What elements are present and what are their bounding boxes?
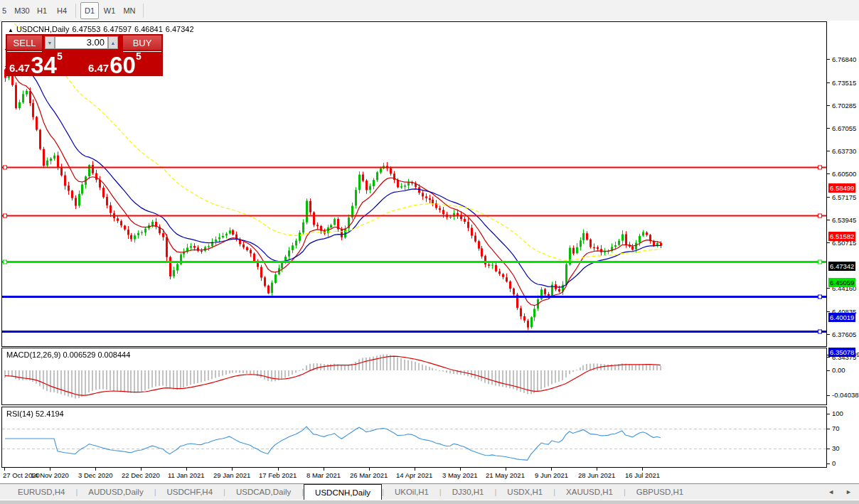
volume-decrease-button[interactable]: ▼ (45, 36, 55, 49)
tab-ukoil-h1[interactable]: UKOil,H1 (384, 484, 439, 500)
price-tick-mark (827, 128, 830, 129)
price-tick-label: 6.70285 (832, 102, 856, 109)
date-tick-label: 14 Nov 2020 (31, 471, 69, 479)
tab-usdcad-daily[interactable]: USDCAD,Daily (225, 484, 302, 500)
date-tick-label: 14 Apr 2021 (396, 471, 432, 479)
ohlc-low: 6.46841 (134, 25, 163, 33)
timeframe-toolbar: 5M30H1H4D1W1MN (0, 0, 859, 21)
price-tick-mark (827, 288, 830, 289)
tab-usdcnh-daily[interactable]: USDCNH,Daily (304, 484, 382, 500)
date-tick-mark (278, 468, 279, 471)
date-tick-mark (4, 468, 5, 471)
date-tick-mark (506, 468, 506, 471)
rsi-value: 52.4194 (36, 409, 64, 418)
bid-prefix: 6.47 (9, 63, 30, 75)
date-tick-label: 3 May 2021 (442, 471, 478, 479)
sell-button[interactable]: SELL (7, 36, 42, 50)
date-tick-label: 9 Jun 2021 (535, 471, 568, 479)
price-tick-label: 6.63730 (832, 147, 856, 155)
date-tick-label: 26 Mar 2021 (350, 471, 388, 479)
collapse-panel-icon[interactable]: ▲ (8, 27, 14, 33)
price-tick-mark (827, 82, 830, 83)
timeframe-button-h1[interactable]: H1 (33, 2, 51, 19)
price-tick-label: 6.57175 (832, 193, 856, 201)
rsi-header: RSI(14) 52.4194 (6, 409, 64, 418)
price-tick-label: 6.67055 (832, 124, 856, 132)
date-tick-label: 16 Jul 2021 (625, 471, 660, 479)
tab-usdchf-h4[interactable]: USDCHF,H4 (156, 484, 224, 500)
date-tick-mark (415, 468, 415, 471)
price-tick-label: 6.37605 (832, 331, 856, 338)
date-tick-mark (551, 468, 552, 471)
date-tick-label: 8 Mar 2021 (306, 471, 341, 479)
tab-usdx-h1[interactable]: USDX,H1 (496, 484, 553, 500)
date-tick-mark (460, 468, 461, 471)
hline-price-label[interactable]: 6.58499 (828, 183, 855, 193)
macd-title: MACD(12,26,9) (6, 350, 60, 359)
tab-gbpusd-h1[interactable]: GBPUSD,H1 (626, 484, 694, 500)
macd-indicator-panel[interactable]: MACD(12,26,9) 0.006529 0.008444 (1, 348, 827, 405)
price-tick-mark (827, 105, 830, 106)
timeframe-button-d1[interactable]: D1 (80, 2, 99, 19)
buy-button[interactable]: BUY (123, 36, 161, 50)
hline-price-label[interactable]: 6.45059 (828, 278, 855, 287)
price-tick-mark (827, 357, 830, 358)
price-tick-label: 6.76840 (832, 55, 856, 63)
price-axis[interactable]: 6.768406.735156.702856.670556.637306.605… (827, 21, 859, 488)
date-tick-label: 11 Jan 2021 (168, 471, 205, 479)
rsi-axis-label: 30 (832, 444, 840, 452)
timeframe-button-mn[interactable]: MN (120, 2, 139, 19)
up-arrow-icon: ▲ (111, 41, 116, 45)
volume-input[interactable]: 3.00 (55, 36, 108, 49)
price-chart-panel[interactable]: ▲USDCNH,Daily6.475536.475976.468416.4734… (1, 21, 827, 347)
tab-audusd-daily[interactable]: AUDUSD,Daily (78, 484, 154, 500)
rsi-indicator-panel[interactable]: RSI(14) 52.4194 (1, 407, 827, 468)
timeframe-button-h4[interactable]: H4 (53, 2, 71, 19)
tab-eurusd-h4[interactable]: EURUSD,H4 (7, 484, 75, 500)
rsi-axis-label: 70 (832, 424, 840, 432)
price-tick-mark (827, 197, 830, 198)
price-tick-label: 6.73515 (832, 79, 856, 87)
tab-xauusd-h1[interactable]: XAUUSD,H1 (555, 484, 624, 500)
price-tick-mark (827, 151, 830, 151)
tab-dj30-h1[interactable]: DJ30,H1 (442, 484, 495, 500)
bid-big-digits: 34 (31, 55, 57, 75)
date-tick-mark (50, 468, 50, 471)
ask-big-digits: 60 (110, 55, 136, 75)
date-tick-mark (95, 468, 96, 471)
ask-pipette: 5 (136, 51, 142, 61)
price-tick-mark (827, 59, 830, 60)
ohlc-open: 6.47553 (72, 25, 100, 33)
window-bottom-strip (0, 500, 859, 504)
macd-tick-mark (827, 395, 830, 396)
hline-price-label[interactable]: 6.40019 (828, 313, 855, 322)
date-tick-label: 17 Feb 2021 (259, 471, 297, 479)
symbol-ohlc-line: ▲USDCNH,Daily6.475536.475976.468416.4734… (8, 25, 197, 33)
tab-scroll-arrows: ◄► (828, 484, 852, 500)
rsi-canvas[interactable] (2, 407, 826, 467)
macd-tick-mark (827, 370, 830, 371)
date-tick-label: 22 Dec 2020 (122, 471, 160, 479)
hline-price-label[interactable]: 6.51582 (828, 232, 855, 241)
ask-price-button[interactable]: 6.47605 (88, 53, 162, 75)
one-click-trading-panel: SELL ▼ 3.00 ▲ BUY 6.47345 6.47605 (6, 35, 162, 75)
date-tick-label: 28 Jun 2021 (578, 471, 615, 479)
hline-price-label[interactable]: 6.35078 (828, 348, 855, 357)
tab-scroll-left-icon[interactable]: ◄ (828, 488, 834, 495)
timeframe-button-5[interactable]: 5 (1, 2, 11, 19)
current-price-label[interactable]: 6.47342 (828, 262, 855, 271)
price-tick-mark (827, 311, 830, 312)
date-tick-mark (232, 468, 233, 471)
rsi-tick-mark (827, 414, 830, 414)
timeframe-button-w1[interactable]: W1 (100, 2, 119, 19)
time-axis[interactable]: 27 Oct 202014 Nov 20203 Dec 202022 Dec 2… (1, 468, 827, 483)
price-tick-mark (827, 220, 830, 220)
volume-increase-button[interactable]: ▲ (108, 36, 118, 49)
ask-prefix: 6.47 (88, 63, 109, 75)
price-tick-label: 6.53945 (832, 216, 856, 224)
tab-scroll-right-icon[interactable]: ► (845, 488, 852, 495)
symbol-title: USDCNH,Daily (16, 25, 70, 33)
ohlc-close: 6.47342 (166, 25, 194, 33)
bid-price-button[interactable]: 6.47345 (9, 53, 83, 75)
timeframe-button-m30[interactable]: M30 (13, 2, 31, 19)
